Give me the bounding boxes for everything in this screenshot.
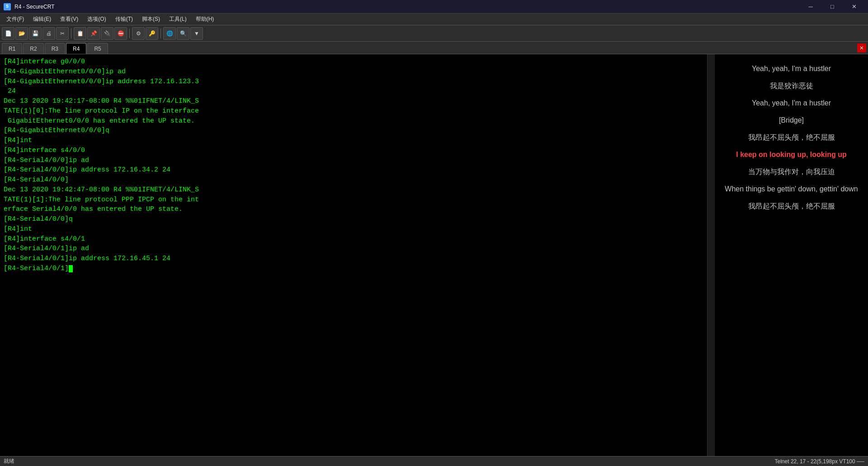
lyric-line: 我昂起不屈头颅，绝不屈服 [748, 201, 835, 212]
terminal-line: [R4-GigabitEthernet0/0/0]q [4, 126, 703, 136]
lyric-line: Yeah, yeah, I'm a hustler [752, 63, 831, 74]
toolbar-new[interactable]: 📄 [2, 27, 14, 40]
lyric-line: 我昂起不屈头颅，绝不屈服 [748, 132, 835, 143]
title-bar: S R4 - SecureCRT ─ □ ✕ [0, 0, 868, 14]
terminal-line: [R4-GigabitEthernet0/0/0]ip address 172.… [4, 77, 703, 87]
minimize-button[interactable]: ─ [800, 0, 821, 13]
main-area: [R4]interface g0/0/0[R4-GigabitEthernet0… [0, 54, 868, 456]
toolbar-open[interactable]: 📂 [15, 27, 28, 40]
menu-item-v[interactable]: 查看(V) [56, 14, 83, 24]
scrollbar[interactable] [707, 54, 714, 456]
toolbar-save[interactable]: 💾 [29, 27, 42, 40]
terminal-line: [R4-Serial4/0/0] [4, 175, 703, 185]
title-bar-left: S R4 - SecureCRT [4, 3, 54, 10]
terminal-cursor [69, 265, 73, 272]
terminal-line: GigabitEthernet0/0/0 has entered the UP … [4, 116, 703, 126]
terminal-line: [R4]interface s4/0/0 [4, 146, 703, 156]
toolbar-sep-2 [129, 29, 130, 38]
menu-item-s[interactable]: 脚本(S) [137, 14, 165, 24]
menu-item-o[interactable]: 选项(O) [83, 14, 110, 24]
lyric-line: When things be gettin' down, gettin' dow… [725, 184, 858, 195]
title-bar-controls: ─ □ ✕ [800, 0, 864, 13]
toolbar-connect[interactable]: 🔌 [101, 27, 113, 40]
terminal-line: [R4-Serial4/0/0]ip address 172.16.34.2 2… [4, 165, 703, 175]
menu-item-h[interactable]: 帮助(H) [191, 14, 219, 24]
toolbar-key[interactable]: 🔑 [146, 27, 158, 40]
tab-r5[interactable]: R5 [87, 43, 108, 54]
toolbar-sep-1 [71, 29, 71, 38]
toolbar-paste[interactable]: 📌 [87, 27, 100, 40]
tab-bar: R1R2R3R4R5✕ [0, 42, 868, 54]
status-bar: 就绪 Telnet 22, 17 - 22(5,198px VT100 ── [0, 456, 868, 466]
tab-r3[interactable]: R3 [45, 43, 65, 54]
toolbar-disconnect[interactable]: ⛔ [114, 27, 127, 40]
terminal-line: [R4-Serial4/0/1]ip ad [4, 244, 703, 254]
toolbar-globe[interactable]: 🌐 [163, 27, 176, 40]
toolbar-copy[interactable]: 📋 [74, 27, 86, 40]
terminal[interactable]: [R4]interface g0/0/0[R4-GigabitEthernet0… [0, 54, 707, 456]
app-icon: S [4, 3, 11, 10]
menu-item-t[interactable]: 传输(T) [111, 14, 137, 24]
toolbar-cut[interactable]: ✂ [56, 27, 69, 40]
terminal-line: [R4-GigabitEthernet0/0/0]ip ad [4, 67, 703, 77]
terminal-line: [R4]interface s4/0/1 [4, 234, 703, 244]
toolbar-settings[interactable]: ⚙ [132, 27, 145, 40]
status-right: Telnet 22, 17 - 22(5,198px VT100 ── [775, 458, 864, 465]
menu-item-e[interactable]: 编辑(E) [28, 14, 56, 24]
lyric-line: 我是狡诈恶徒 [770, 81, 813, 91]
terminal-line: [R4]int [4, 136, 703, 146]
terminal-line: [R4-Serial4/0/0]q [4, 214, 703, 224]
lyric-line: [Bridge] [779, 115, 804, 126]
tab-r2[interactable]: R2 [23, 43, 43, 54]
lyric-line: I keep on looking up, looking up [736, 149, 846, 160]
terminal-line: 24 [4, 86, 703, 96]
terminal-line: Dec 13 2020 19:42:47-08:00 R4 %%01IFNET/… [4, 185, 703, 195]
toolbar-sep-3 [160, 29, 161, 38]
terminal-line: [R4]int [4, 224, 703, 234]
terminal-line: erface Serial4/0/0 has entered the UP st… [4, 204, 703, 214]
terminal-line: [R4-Serial4/0/0]ip ad [4, 156, 703, 166]
toolbar-print[interactable]: 🖨 [42, 27, 55, 40]
lyric-line: Yeah, yeah, I'm a hustler [752, 98, 831, 109]
maximize-button[interactable]: □ [822, 0, 843, 13]
title-text: R4 - SecureCRT [14, 4, 54, 10]
status-left: 就绪 [4, 457, 14, 465]
menu-item-f[interactable]: 文件(F) [2, 14, 28, 24]
menu-item-l[interactable]: 工具(L) [165, 14, 191, 24]
tab-bar-close-button[interactable]: ✕ [857, 43, 866, 52]
terminal-line: [R4-Serial4/0/1] [4, 264, 703, 274]
tab-r4[interactable]: R4 [66, 43, 86, 54]
terminal-line: Dec 13 2020 19:42:17-08:00 R4 %%01IFNET/… [4, 96, 703, 106]
lyric-line: 当万物与我作对，向我压迫 [748, 166, 835, 177]
tab-r1[interactable]: R1 [2, 43, 22, 54]
toolbar-arrow-down[interactable]: ▼ [190, 27, 203, 40]
terminal-line: TATE(1)[1]:The line protocol PPP IPCP on… [4, 195, 703, 205]
terminal-line: TATE(1)[0]:The line protocol IP on the i… [4, 106, 703, 116]
toolbar: 📄 📂 💾 🖨 ✂ 📋 📌 🔌 ⛔ ⚙ 🔑 🌐 🔍 ▼ [0, 25, 868, 42]
menu-bar: 文件(F)编辑(E)查看(V)选项(O)传输(T)脚本(S)工具(L)帮助(H) [0, 14, 868, 25]
lyrics-panel: Yeah, yeah, I'm a hustler我是狡诈恶徒Yeah, yea… [714, 54, 868, 456]
toolbar-zoom[interactable]: 🔍 [177, 27, 189, 40]
terminal-line: [R4]interface g0/0/0 [4, 57, 703, 67]
close-button[interactable]: ✕ [844, 0, 864, 13]
terminal-line: [R4-Serial4/0/1]ip address 172.16.45.1 2… [4, 254, 703, 264]
